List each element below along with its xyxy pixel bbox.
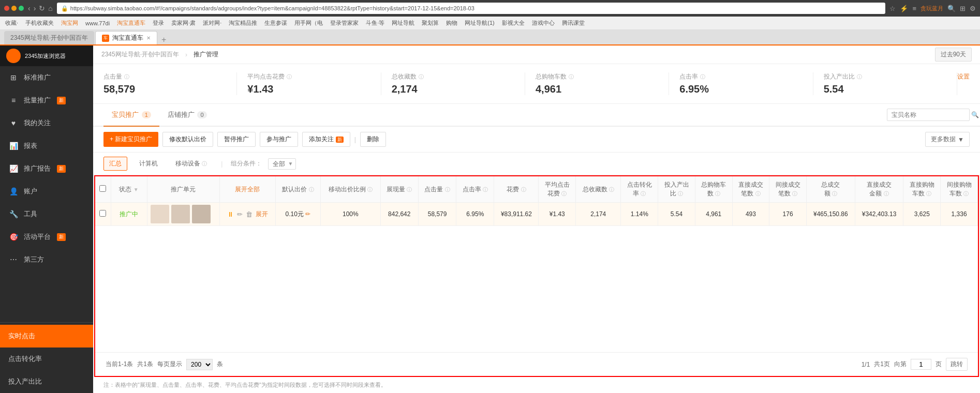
mobile-info-icon[interactable]: ⓘ [202,161,207,167]
clicks-info[interactable]: ⓘ [445,187,450,192]
default-price-info[interactable]: ⓘ [309,187,314,192]
sidebar-item-tools[interactable]: 🔧 工具 [0,203,93,225]
delete-button[interactable]: 删除 [360,132,386,147]
more-data-button[interactable]: 更多数据 ▼ [925,132,970,147]
expand-all-button[interactable]: 展开全部 [235,186,260,193]
direct-orders-info[interactable]: ⓘ [755,191,761,196]
maximize-btn[interactable] [19,6,24,11]
modify-price-button[interactable]: 修改默认出价 [162,132,213,147]
sidebar-item-focus[interactable]: ♥ 我的关注 [0,112,93,134]
bookmark-favorites[interactable]: 收藏· [3,18,20,28]
nav-tab-product[interactable]: 宝贝推广 1 [103,104,159,127]
goto-button[interactable]: 跳转 [946,358,968,371]
bookmark-nav1[interactable]: 网址导航(1) [463,18,496,28]
bookmark-business[interactable]: 生意参谋 [262,18,289,28]
close-btn[interactable] [4,6,9,11]
stat-avg-cost-info[interactable]: ⓘ [287,73,292,81]
grid-icon[interactable]: ⊞ [960,5,966,12]
goto-page-input[interactable] [911,359,931,370]
bookmark-taobao[interactable]: 淘宝网 [59,18,80,28]
row-expand-button[interactable]: 展开 [256,210,268,219]
cost-info[interactable]: ⓘ [521,187,526,192]
ctr-info[interactable]: ⓘ [483,187,488,192]
sub-tab-summary[interactable]: 汇总 [103,157,127,171]
action-delete-icon[interactable]: 🗑 [246,210,253,218]
action-pause-icon[interactable]: ⏸ [227,210,234,218]
per-page-select[interactable]: 200 [186,359,213,370]
address-bar[interactable]: 🔒 https://subway.simba.taobao.com/#!/cam… [57,3,886,14]
settings-button[interactable]: 设置 [957,72,970,95]
stat-roi-info[interactable]: ⓘ [857,73,862,81]
bookmark-mobile[interactable]: 手机收藏夹 [23,18,56,28]
select-all-checkbox[interactable] [99,185,106,192]
user-label[interactable]: 贪玩蓝月 [920,5,943,12]
sub-tab-pc[interactable]: 计算机 [133,157,164,171]
bookmark-games[interactable]: 游戏中心 [530,18,557,28]
total-cart-info[interactable]: ⓘ [715,191,720,196]
reload-icon[interactable]: ↻ [39,4,45,12]
bookmark-youhand[interactable]: 用手网（电 [292,18,325,28]
back-icon[interactable]: ‹ [28,4,31,12]
bookmark-tencent[interactable]: 腾讯课堂 [560,18,587,28]
stat-cart-info[interactable]: ⓘ [569,73,574,81]
sidebar-item-roi[interactable]: 投入产出比 [0,370,93,393]
bookmark-party[interactable]: 派对网· [201,18,224,28]
minimize-btn[interactable] [11,6,17,11]
stat-clicks-info[interactable]: ⓘ [124,73,129,81]
total-sales-info[interactable]: ⓘ [832,191,837,196]
tab-add-button[interactable]: + [158,35,169,44]
pause-button[interactable]: 暂停推广 [217,132,256,147]
avg-click-cost-info[interactable]: ⓘ [561,191,567,196]
edit-price-icon[interactable]: ✏ [305,210,310,218]
click-conv-info[interactable]: ⓘ [641,191,646,196]
mobile-ratio-info[interactable]: ⓘ [367,187,373,192]
sidebar-item-batch[interactable]: ≡ 批量推广 新 [0,89,93,112]
sidebar-item-report[interactable]: 📊 报表 [0,134,93,157]
search-icon[interactable]: 🔍 [947,5,956,12]
bookmark-douyu[interactable]: 斗鱼·等 [364,18,387,28]
participate-button[interactable]: 参与推广 [260,132,298,147]
indirect-orders-info[interactable]: ⓘ [792,191,797,196]
period-button[interactable]: 过去90天 [935,48,972,62]
menu-icon[interactable]: ≡ [912,5,916,12]
settings-icon[interactable]: ⚙ [970,5,976,12]
star-icon[interactable]: ☆ [889,5,896,12]
bookmark-77di[interactable]: www.77di [83,19,112,27]
tab-nav[interactable]: 2345网址导航·开创中国百年 [4,31,94,44]
bookmark-juhuasuan[interactable]: 聚划算 [420,18,441,28]
sidebar-item-analytics[interactable]: 📈 推广报告 新 [0,157,93,180]
sidebar-item-activity[interactable]: 🎯 活动平台 新 [0,225,93,248]
bookmark-nav[interactable]: 网址导航 [390,18,417,28]
direct-cart-info[interactable]: ⓘ [926,191,931,196]
sidebar-item-standard[interactable]: ⊞ 标准推广 [0,66,93,89]
bookmark-direct[interactable]: 淘宝直通车 [115,18,147,28]
row-select-checkbox[interactable] [99,210,106,217]
forward-icon[interactable]: › [34,4,36,12]
tab-close-icon[interactable]: ✕ [146,35,151,41]
sidebar-item-account[interactable]: 👤 账户 [0,180,93,203]
sidebar-item-realtime[interactable]: 实时点击 [0,325,93,347]
extension-icon[interactable]: ⚡ [900,5,908,12]
sub-tab-mobile[interactable]: 移动设备 ⓘ [170,157,213,171]
tab-direct[interactable]: 车 淘宝直通车 ✕ [95,31,157,44]
new-promotion-button[interactable]: + 新建宝贝推广 [103,132,158,147]
bookmark-login[interactable]: 登录 [151,18,166,28]
bookmark-seller[interactable]: 卖家网·肃 [169,18,198,28]
nav-tab-store[interactable]: 店铺推广 0 [159,104,215,127]
indirect-cart-info[interactable]: ⓘ [963,191,969,196]
filter-select[interactable]: 全部 [268,158,296,170]
search-input[interactable] [892,111,969,118]
search-icon[interactable]: 🔍 [971,111,979,118]
status-sort-icon[interactable]: ▼ [133,187,139,192]
add-focus-button[interactable]: 添加关注 新 [302,132,350,147]
bookmark-products[interactable]: 淘宝精品推 [227,18,259,28]
action-edit-icon[interactable]: ✏ [237,210,243,218]
sidebar-item-third[interactable]: ⋯ 第三方 [0,248,93,271]
direct-sales-info[interactable]: ⓘ [884,191,889,196]
bookmark-manager[interactable]: 登录管家家 [328,18,361,28]
stat-ctr-info[interactable]: ⓘ [700,73,705,81]
sidebar-item-conv[interactable]: 点击转化率 [0,347,93,370]
stat-favorites-info[interactable]: ⓘ [419,73,424,81]
roi-info[interactable]: ⓘ [678,191,683,196]
home-icon[interactable]: ⌂ [48,4,52,12]
